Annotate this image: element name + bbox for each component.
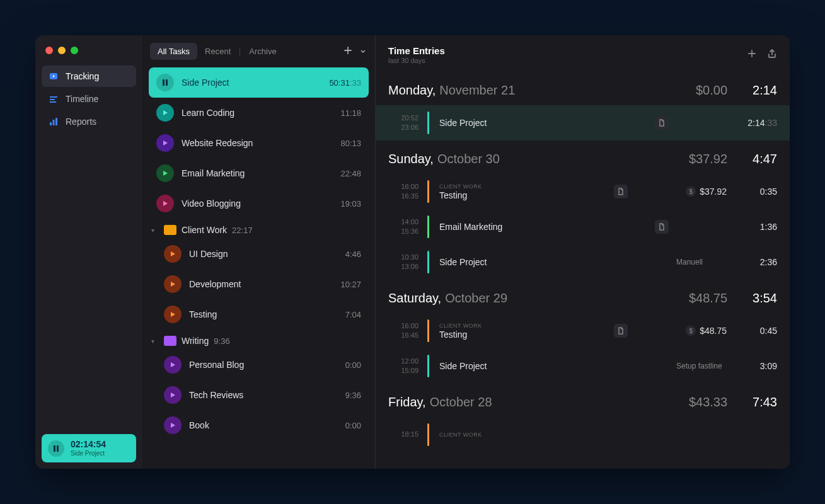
svg-rect-9 xyxy=(163,79,164,86)
day-header: Friday, October 28 $43.33 7:43 xyxy=(376,384,790,417)
add-task-button[interactable] xyxy=(341,43,355,60)
day-header: Saturday, October 29 $48.75 3:54 xyxy=(376,280,790,313)
task-time: 7:04 xyxy=(345,310,361,319)
task-item[interactable]: Tech Reviews 9:36 xyxy=(149,380,369,410)
time-entry[interactable]: 10:3013:06 Side Project Manuell 2:36 xyxy=(376,244,790,280)
entry-color-bar xyxy=(427,215,429,238)
note-icon[interactable] xyxy=(655,220,669,234)
task-item[interactable]: Personal Blog 0:00 xyxy=(149,350,369,380)
entry-client: CLIENT WORK xyxy=(439,323,609,329)
share-button[interactable] xyxy=(767,49,777,61)
dollar-icon: $ xyxy=(686,186,696,197)
task-item[interactable]: Testing 7:04 xyxy=(149,299,369,329)
task-item[interactable]: Development 10:27 xyxy=(149,269,369,299)
svg-rect-4 xyxy=(50,122,52,125)
nav-tracking[interactable]: Tracking xyxy=(42,66,136,87)
nav-label: Reports xyxy=(66,117,96,127)
svg-rect-8 xyxy=(57,445,59,452)
time-entry[interactable]: 12:0015:09 Side Project Setup fastline 3… xyxy=(376,348,790,384)
time-entry[interactable]: 18:15 CLIENT WORK xyxy=(376,417,790,452)
task-time: 80:13 xyxy=(340,139,361,148)
time-entry[interactable]: 14:0015:36 Email Marketing 1:36 xyxy=(376,209,790,244)
play-button[interactable] xyxy=(164,386,182,404)
tasks-header: All TasksRecentArchive xyxy=(142,35,375,67)
play-button[interactable] xyxy=(164,416,182,434)
pause-button[interactable] xyxy=(156,74,174,91)
task-name: Testing xyxy=(189,309,338,319)
play-button[interactable] xyxy=(156,104,174,122)
nav-reports[interactable]: Reports xyxy=(42,111,136,132)
note-icon[interactable] xyxy=(655,116,669,130)
mini-timer-label: Side Project xyxy=(71,450,106,457)
task-time: 4:46 xyxy=(345,249,361,259)
filter-tab-archive[interactable]: Archive xyxy=(241,43,284,60)
entries-subtitle: last 30 days xyxy=(388,57,445,64)
task-item[interactable]: Website Redesign 80:13 xyxy=(149,128,369,158)
timeline-icon xyxy=(48,93,59,105)
mini-timer[interactable]: 02:14:54 Side Project xyxy=(42,434,136,462)
entry-duration: 0:35 xyxy=(746,186,777,197)
entries-body: Monday, November 21 $0.00 2:1420:5223:06… xyxy=(376,72,790,469)
play-button[interactable] xyxy=(164,245,182,263)
play-button[interactable] xyxy=(156,134,174,152)
day-total: 2:14 xyxy=(753,83,777,98)
entry-name: Side Project xyxy=(439,118,650,128)
entry-color-bar xyxy=(427,355,429,377)
time-entry[interactable]: 16:0016:35 CLIENT WORKTesting $$37.92 0:… xyxy=(376,174,790,209)
time-entry[interactable]: 20:5223:06 Side Project 2:14:33 xyxy=(376,105,790,140)
task-time: 10:27 xyxy=(340,280,361,289)
note-icon[interactable] xyxy=(614,324,628,338)
play-button[interactable] xyxy=(164,306,182,323)
filter-tab-recent[interactable]: Recent xyxy=(197,43,238,60)
group-name: Writing xyxy=(182,336,209,346)
svg-rect-10 xyxy=(166,79,168,86)
disclosure-icon: ▾ xyxy=(151,227,159,234)
entry-name: Side Project xyxy=(439,361,669,371)
entry-color-bar xyxy=(427,423,429,446)
app-window: TrackingTimelineReports 02:14:54 Side Pr… xyxy=(35,35,790,469)
entry-client: CLIENT WORK xyxy=(439,183,609,190)
add-entry-button[interactable] xyxy=(747,49,757,61)
time-entry[interactable]: 16:0016:45 CLIENT WORKTesting $$48.75 0:… xyxy=(376,313,790,348)
entry-price: $$37.92 xyxy=(686,186,727,197)
task-group[interactable]: ▾ Writing 9:36 xyxy=(149,329,369,350)
play-button[interactable] xyxy=(164,356,182,374)
task-item[interactable]: Book 0:00 xyxy=(149,410,369,440)
note-icon[interactable] xyxy=(614,185,628,198)
filter-tab-all-tasks[interactable]: All Tasks xyxy=(150,43,197,60)
nav-label: Timeline xyxy=(66,94,98,104)
task-name: Book xyxy=(189,420,338,430)
svg-rect-7 xyxy=(54,445,55,452)
nav-timeline[interactable]: Timeline xyxy=(42,88,136,110)
play-button[interactable] xyxy=(156,164,174,182)
close-window[interactable] xyxy=(45,47,53,54)
task-group[interactable]: ▾ Client Work 22:17 xyxy=(149,219,369,239)
tracking-icon xyxy=(48,71,59,82)
disclosure-icon: ▾ xyxy=(151,338,159,345)
task-item[interactable]: Email Marketing 22:48 xyxy=(149,158,369,188)
task-item[interactable]: Learn Coding 11:18 xyxy=(149,98,369,128)
task-time: 9:36 xyxy=(345,391,361,400)
minimize-window[interactable] xyxy=(58,47,66,54)
window-controls xyxy=(42,44,136,66)
play-button[interactable] xyxy=(164,275,182,293)
play-button[interactable] xyxy=(156,195,174,212)
day-price: $37.92 xyxy=(689,152,727,166)
dropdown-button[interactable] xyxy=(359,47,367,57)
task-item[interactable]: UI Design 4:46 xyxy=(149,239,369,269)
entry-times: 16:0016:35 xyxy=(383,182,418,202)
task-name: Development xyxy=(189,279,333,289)
task-time: 50:31:33 xyxy=(329,78,361,88)
task-name: Video Blogging xyxy=(182,198,333,209)
pause-button[interactable] xyxy=(48,440,64,457)
task-item[interactable]: Video Blogging 19:03 xyxy=(149,188,369,219)
maximize-window[interactable] xyxy=(71,47,78,54)
task-time: 19:03 xyxy=(340,199,361,209)
task-name: Tech Reviews xyxy=(189,390,338,400)
svg-rect-6 xyxy=(55,118,57,125)
entry-name: Testing xyxy=(439,329,609,340)
sidebar: TrackingTimelineReports 02:14:54 Side Pr… xyxy=(35,35,142,469)
entries-header: Time Entries last 30 days xyxy=(376,35,790,72)
svg-rect-2 xyxy=(50,99,55,100)
task-item[interactable]: Side Project 50:31:33 xyxy=(149,67,369,98)
